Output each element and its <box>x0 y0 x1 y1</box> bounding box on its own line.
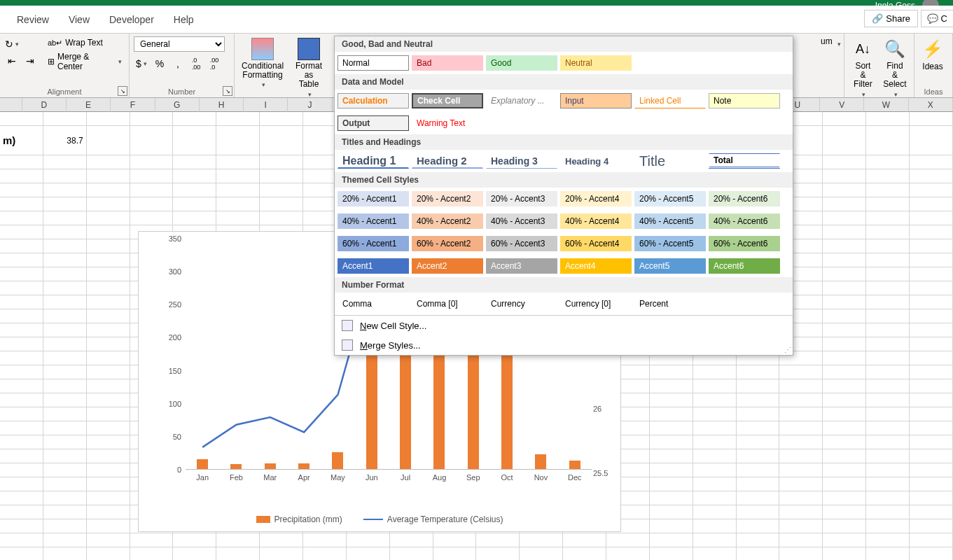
cell[interactable] <box>173 126 216 155</box>
comma-format-button[interactable]: , <box>170 56 186 71</box>
style-percent[interactable]: Percent <box>634 296 706 312</box>
cell[interactable] <box>87 505 130 519</box>
cell[interactable] <box>260 197 303 211</box>
style-explanatory[interactable]: Explanatory ... <box>486 93 557 108</box>
style-heading-3[interactable]: Heading 3 <box>486 153 557 169</box>
cell[interactable] <box>910 435 953 449</box>
cell[interactable] <box>260 155 303 169</box>
cell[interactable] <box>866 267 910 281</box>
cell[interactable] <box>43 281 87 295</box>
cell[interactable] <box>347 533 390 547</box>
cell[interactable] <box>910 491 953 505</box>
cell[interactable] <box>910 169 953 183</box>
col-header-D[interactable]: D <box>22 98 67 112</box>
style-bad[interactable]: Bad <box>412 55 483 71</box>
cell[interactable] <box>823 435 866 449</box>
style-accent4[interactable]: Accent4 <box>560 258 632 274</box>
cell[interactable] <box>823 337 866 351</box>
cell[interactable] <box>823 155 866 169</box>
style-20-accent3[interactable]: 20% - Accent3 <box>486 191 557 206</box>
cell[interactable] <box>43 169 87 183</box>
cell[interactable] <box>87 295 130 309</box>
style-40-accent1[interactable]: 40% - Accent1 <box>338 214 409 229</box>
cell[interactable] <box>779 477 823 491</box>
cell[interactable] <box>476 547 520 560</box>
cell[interactable] <box>693 379 737 393</box>
resize-grip[interactable]: ⋰ <box>784 346 791 354</box>
cell[interactable] <box>650 547 693 560</box>
number-dialog-launcher[interactable]: ↘ <box>223 86 232 96</box>
cell[interactable] <box>173 547 216 560</box>
tab-help[interactable]: Help <box>164 6 204 34</box>
cell[interactable] <box>216 112 260 126</box>
cell[interactable] <box>87 211 130 225</box>
style-heading-4[interactable]: Heading 4 <box>560 153 632 169</box>
bar-Jan[interactable]: Jan <box>186 239 219 469</box>
cell[interactable] <box>823 421 866 435</box>
style-note[interactable]: Note <box>709 93 780 108</box>
cell[interactable] <box>693 435 737 449</box>
cell[interactable] <box>650 379 693 393</box>
cell[interactable] <box>779 519 823 533</box>
style-accent2[interactable]: Accent2 <box>412 258 483 274</box>
style-accent1[interactable]: Accent1 <box>338 258 409 274</box>
cell[interactable] <box>260 533 303 547</box>
cell[interactable] <box>173 112 216 126</box>
style-neutral[interactable]: Neutral <box>560 55 632 71</box>
cell[interactable] <box>823 407 866 421</box>
cell[interactable] <box>866 197 910 211</box>
cell[interactable] <box>866 225 910 239</box>
decrease-decimal-button[interactable]: .00.0 <box>207 56 222 71</box>
cell[interactable] <box>130 155 174 169</box>
cell[interactable] <box>866 407 910 421</box>
cell[interactable] <box>693 407 737 421</box>
cell[interactable] <box>823 281 866 295</box>
cell[interactable] <box>87 491 130 505</box>
style-60-accent5[interactable]: 60% - Accent5 <box>634 236 706 251</box>
cell[interactable] <box>693 533 737 547</box>
cell[interactable] <box>43 393 87 407</box>
cell[interactable] <box>866 547 910 560</box>
cell[interactable] <box>87 449 130 463</box>
style-60-accent4[interactable]: 60% - Accent4 <box>560 236 632 251</box>
cell[interactable] <box>866 281 910 295</box>
cell[interactable] <box>216 547 260 560</box>
style-output[interactable]: Output <box>338 115 409 131</box>
cell[interactable] <box>910 281 953 295</box>
cell[interactable] <box>866 211 910 225</box>
cell[interactable] <box>87 239 130 253</box>
cell[interactable] <box>650 435 693 449</box>
cell[interactable] <box>650 533 693 547</box>
cell[interactable] <box>823 253 866 267</box>
col-header-I[interactable]: I <box>244 98 288 112</box>
cell[interactable] <box>216 155 260 169</box>
cell[interactable] <box>476 533 520 547</box>
style-60-accent1[interactable]: 60% - Accent1 <box>338 236 409 251</box>
cell[interactable] <box>779 491 823 505</box>
cell[interactable] <box>866 253 910 267</box>
cell[interactable] <box>823 365 866 379</box>
cell[interactable] <box>43 477 87 491</box>
col-header-X[interactable]: X <box>909 98 953 112</box>
style-input[interactable]: Input <box>560 93 632 108</box>
style-60-accent3[interactable]: 60% - Accent3 <box>486 236 557 251</box>
cell[interactable] <box>910 155 953 169</box>
cell[interactable] <box>866 183 910 197</box>
cell[interactable] <box>866 365 910 379</box>
percent-format-button[interactable]: % <box>152 56 167 71</box>
cell[interactable] <box>910 393 953 407</box>
cell[interactable] <box>87 267 130 281</box>
style-accent3[interactable]: Accent3 <box>486 258 557 274</box>
conditional-formatting-button[interactable]: Conditional Formatting <box>239 36 286 90</box>
cell[interactable] <box>216 126 260 155</box>
cell[interactable] <box>779 407 823 421</box>
cell[interactable] <box>866 323 910 337</box>
cell[interactable] <box>823 533 866 547</box>
cell[interactable] <box>779 365 823 379</box>
cell[interactable] <box>43 239 87 253</box>
cell[interactable] <box>910 365 953 379</box>
cell[interactable] <box>390 547 433 560</box>
cell[interactable] <box>823 379 866 393</box>
find-select-button[interactable]: 🔍 Find & Select <box>880 36 910 99</box>
merge-styles-button[interactable]: Merge Styles... <box>335 335 793 355</box>
